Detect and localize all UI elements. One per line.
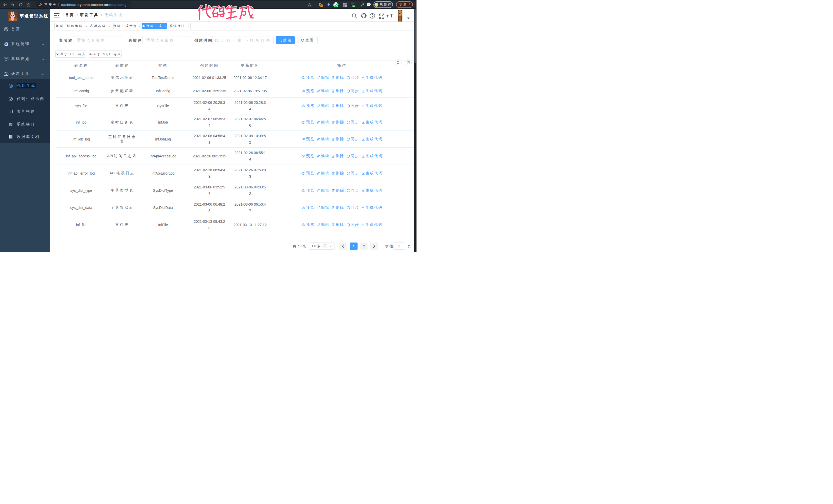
svg-text:1: 1 [321, 5, 322, 7]
svg-text:on: on [353, 5, 355, 7]
